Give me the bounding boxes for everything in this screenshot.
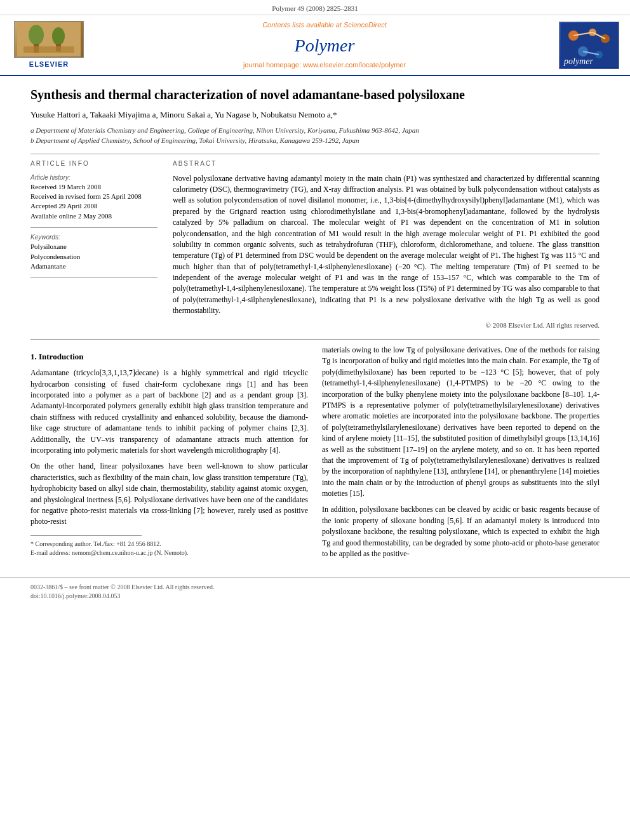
svg-point-1 xyxy=(29,25,44,45)
keyword-2: Polycondensation xyxy=(30,252,158,262)
page-footer: 0032-3861/$ – see front matter © 2008 El… xyxy=(0,577,630,606)
polymer-logo-box: polymer xyxy=(559,22,619,69)
polymer-logo-area: polymer xyxy=(559,22,622,69)
page-wrapper: Polymer 49 (2008) 2825–2831 xyxy=(0,0,630,606)
info-divider-2 xyxy=(30,277,158,278)
citation-bar: Polymer 49 (2008) 2825–2831 xyxy=(0,0,630,15)
intro-para-1: Adamantane (tricyclo[3,3,1,13,7]decane) … xyxy=(30,368,308,456)
article-body: Synthesis and thermal characterization o… xyxy=(0,76,630,575)
intro-para-2: On the other hand, linear polysiloxanes … xyxy=(30,461,308,527)
polymer-logo-graphic: polymer xyxy=(561,23,618,67)
footnote-email: E-mail address: nemom@chem.ce.nihon-u.ac… xyxy=(30,549,308,557)
footnote-corresponding: * Corresponding author. Tel./fax: +81 24… xyxy=(30,540,308,549)
homepage-url: www.elsevier.com/locate/polymer xyxy=(303,61,406,69)
keyword-1: Polysiloxane xyxy=(30,242,158,251)
elsevier-logo-area: ELSEVIER xyxy=(8,21,90,69)
footnote-divider xyxy=(30,535,142,536)
divider-2 xyxy=(30,339,600,340)
footer-doi: doi:10.1016/j.polymer.2008.04.053 xyxy=(30,592,600,601)
right-para-2: In addition, polysiloxane backbones can … xyxy=(322,504,600,559)
journal-banner: ELSEVIER Contents lists available at Sci… xyxy=(0,15,630,76)
keywords-label: Keywords: xyxy=(30,233,158,242)
article-info-column: ARTICLE INFO Article history: Received 1… xyxy=(30,159,158,330)
journal-citation: Polymer 49 (2008) 2825–2831 xyxy=(272,4,358,12)
accepted-date: Accepted 29 April 2008 xyxy=(30,201,158,211)
sciencedirect-text: ScienceDirect xyxy=(344,21,387,29)
elsevier-logo: ELSEVIER xyxy=(14,21,84,69)
article-info-label: ARTICLE INFO xyxy=(30,159,158,168)
divider-1 xyxy=(30,154,600,154)
elsevier-label: ELSEVIER xyxy=(29,60,69,69)
keywords-group: Keywords: Polysiloxane Polycondensation … xyxy=(30,233,158,271)
keyword-3: Adamantane xyxy=(30,262,158,271)
svg-text:polymer: polymer xyxy=(563,57,593,66)
svg-point-3 xyxy=(52,27,65,45)
info-divider xyxy=(30,227,158,228)
footer-issn: 0032-3861/$ – see front matter © 2008 El… xyxy=(30,583,600,592)
svg-rect-5 xyxy=(23,46,74,53)
article-history-label: Article history: xyxy=(30,173,158,182)
article-info-abstract: ARTICLE INFO Article history: Received 1… xyxy=(30,159,600,330)
introduction-heading: 1. Introduction xyxy=(30,351,308,363)
right-para-1: materials owing to the low Tg of polysil… xyxy=(322,345,600,499)
banner-center: Contents lists available at ScienceDirec… xyxy=(97,20,553,70)
article-history-group: Article history: Received 19 March 2008 … xyxy=(30,173,158,222)
affiliations: a Department of Materials Chemistry and … xyxy=(30,125,600,146)
abstract-text: Novel polysiloxane derivative having ada… xyxy=(173,173,600,317)
abstract-label: ABSTRACT xyxy=(173,159,600,168)
journal-homepage: journal homepage: www.elsevier.com/locat… xyxy=(97,60,553,70)
elsevier-tree-icon xyxy=(17,22,81,57)
received-date: Received 19 March 2008 xyxy=(30,182,158,192)
abstract-column: ABSTRACT Novel polysiloxane derivative h… xyxy=(173,159,600,330)
main-body-two-col: 1. Introduction Adamantane (tricyclo[3,3… xyxy=(30,345,600,564)
online-date: Available online 2 May 2008 xyxy=(30,211,158,221)
authors: Yusuke Hattori a, Takaaki Miyajima a, Mi… xyxy=(30,109,600,121)
copyright: © 2008 Elsevier Ltd. All rights reserved… xyxy=(173,321,600,330)
main-right-column: materials owing to the low Tg of polysil… xyxy=(322,345,600,564)
article-title: Synthesis and thermal characterization o… xyxy=(30,86,600,103)
elsevier-emblem xyxy=(14,21,84,58)
journal-name: Polymer xyxy=(97,33,553,58)
main-left-column: 1. Introduction Adamantane (tricyclo[3,3… xyxy=(30,345,308,564)
sciencedirect-link: Contents lists available at ScienceDirec… xyxy=(97,20,553,30)
revised-date: Received in revised form 25 April 2008 xyxy=(30,192,158,201)
